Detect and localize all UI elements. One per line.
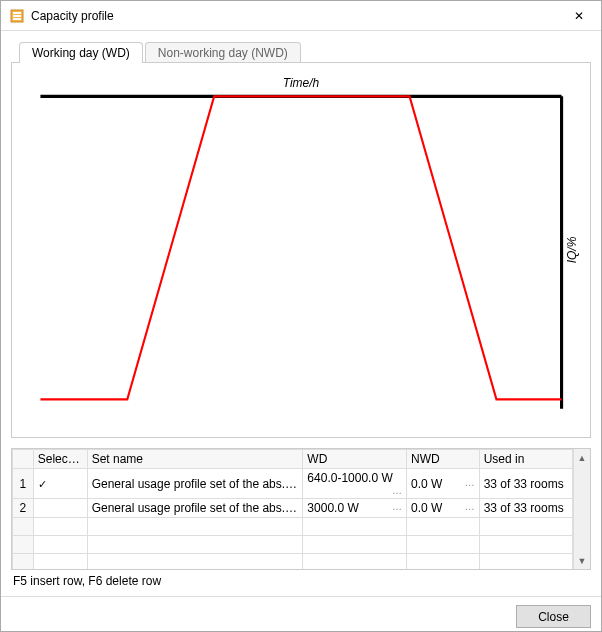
- table-row[interactable]: 2General usage profile set of the abs. h…: [13, 499, 573, 518]
- col-selection[interactable]: Selection: [33, 450, 87, 469]
- ellipsis-icon[interactable]: …: [390, 485, 402, 496]
- table-row[interactable]: [13, 536, 573, 554]
- ellipsis-icon[interactable]: …: [463, 477, 475, 488]
- table-header-row: Selection Set name WD NWD Used in: [13, 450, 573, 469]
- scroll-up-icon[interactable]: ▲: [574, 449, 590, 466]
- profiles-table: Selection Set name WD NWD Used in 1✓Gene…: [12, 449, 573, 569]
- chart-y-axis-label: IQ/%: [565, 237, 579, 264]
- dialog-footer: Close: [1, 596, 601, 632]
- chart-panel: Time/h IQ/%: [11, 62, 591, 438]
- close-window-button[interactable]: ✕: [556, 1, 601, 31]
- ellipsis-icon[interactable]: …: [463, 501, 475, 512]
- svg-rect-2: [13, 15, 21, 17]
- close-button[interactable]: Close: [516, 605, 591, 628]
- cell-wd[interactable]: [303, 554, 407, 570]
- profiles-table-container: Selection Set name WD NWD Used in 1✓Gene…: [11, 448, 591, 570]
- cell-wd[interactable]: 640.0-1000.0 W…: [303, 469, 407, 499]
- row-number: [13, 554, 34, 570]
- cell-nwd[interactable]: [407, 518, 480, 536]
- tab-working-day[interactable]: Working day (WD): [19, 42, 143, 63]
- row-number-header: [13, 450, 34, 469]
- tab-label: Non-working day (NWD): [158, 46, 288, 60]
- status-hint: F5 insert row, F6 delete row: [11, 570, 591, 590]
- chart-x-axis-label: Time/h: [30, 76, 572, 90]
- col-nwd[interactable]: NWD: [407, 450, 480, 469]
- cell-nwd[interactable]: [407, 536, 480, 554]
- vertical-scrollbar[interactable]: ▲ ▼: [573, 449, 590, 569]
- cell-nwd[interactable]: [407, 554, 480, 570]
- row-number: 2: [13, 499, 34, 518]
- tab-non-working-day[interactable]: Non-working day (NWD): [145, 42, 301, 63]
- close-button-label: Close: [538, 610, 569, 624]
- row-number: [13, 536, 34, 554]
- cell-wd[interactable]: 3000.0 W…: [303, 499, 407, 518]
- cell-usedin[interactable]: [479, 518, 572, 536]
- chart-svg: [30, 81, 572, 419]
- cell-wd[interactable]: [303, 518, 407, 536]
- scroll-track[interactable]: [574, 466, 590, 552]
- cell-nwd[interactable]: 0.0 W…: [407, 469, 480, 499]
- close-icon: ✕: [574, 9, 584, 23]
- row-number: [13, 518, 34, 536]
- tab-strip: Working day (WD) Non-working day (NWD): [19, 41, 591, 63]
- cell-usedin[interactable]: 33 of 33 rooms: [479, 499, 572, 518]
- window-title: Capacity profile: [31, 9, 556, 23]
- ellipsis-icon[interactable]: …: [390, 501, 402, 512]
- cell-setname[interactable]: General usage profile set of the abs. he…: [87, 499, 303, 518]
- check-icon: ✓: [38, 478, 47, 490]
- row-number: 1: [13, 469, 34, 499]
- cell-selection[interactable]: [33, 518, 87, 536]
- content-area: Working day (WD) Non-working day (NWD) T…: [1, 31, 601, 596]
- chart-series-line: [40, 96, 561, 399]
- titlebar: Capacity profile ✕: [1, 1, 601, 31]
- table-row[interactable]: [13, 518, 573, 536]
- cell-selection[interactable]: ✓: [33, 469, 87, 499]
- scroll-down-icon[interactable]: ▼: [574, 552, 590, 569]
- cell-selection[interactable]: [33, 536, 87, 554]
- cell-usedin[interactable]: [479, 554, 572, 570]
- cell-wd[interactable]: [303, 536, 407, 554]
- col-wd[interactable]: WD: [303, 450, 407, 469]
- cell-selection[interactable]: [33, 499, 87, 518]
- dialog-window: Capacity profile ✕ Working day (WD) Non-…: [0, 0, 602, 632]
- app-icon: [9, 8, 25, 24]
- col-setname[interactable]: Set name: [87, 450, 303, 469]
- cell-setname[interactable]: [87, 518, 303, 536]
- cell-setname[interactable]: [87, 536, 303, 554]
- svg-rect-3: [13, 18, 21, 20]
- table-row[interactable]: [13, 554, 573, 570]
- chart: Time/h IQ/%: [30, 81, 572, 419]
- cell-setname[interactable]: [87, 554, 303, 570]
- svg-rect-1: [13, 12, 21, 14]
- cell-selection[interactable]: [33, 554, 87, 570]
- cell-nwd[interactable]: 0.0 W…: [407, 499, 480, 518]
- tab-label: Working day (WD): [32, 46, 130, 60]
- cell-usedin[interactable]: [479, 536, 572, 554]
- cell-setname[interactable]: General usage profile set of the abs. co…: [87, 469, 303, 499]
- col-usedin[interactable]: Used in: [479, 450, 572, 469]
- cell-usedin[interactable]: 33 of 33 rooms: [479, 469, 572, 499]
- table-row[interactable]: 1✓General usage profile set of the abs. …: [13, 469, 573, 499]
